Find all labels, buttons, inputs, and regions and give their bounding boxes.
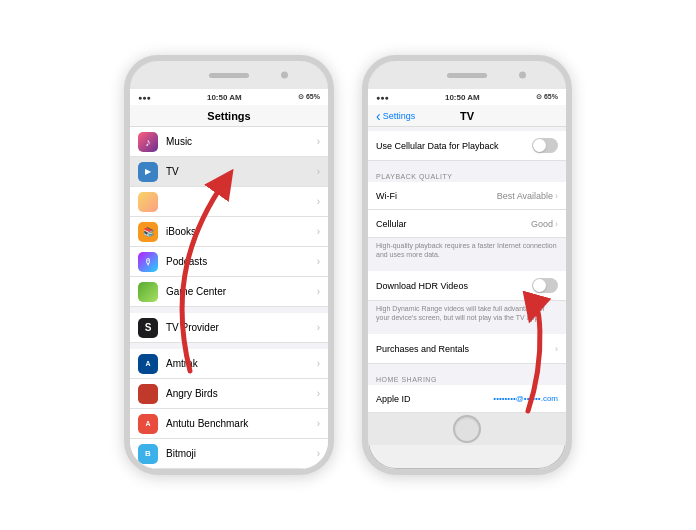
settings-item-photos[interactable]: › xyxy=(130,187,328,217)
cellular-data-row[interactable]: Use Cellular Data for Playback xyxy=(368,131,566,161)
right-signal-icons: ●●● xyxy=(376,94,389,101)
apple-id-value: ••••••••@••••••.com xyxy=(493,394,558,403)
settings-item-gamecenter[interactable]: Game Center › xyxy=(130,277,328,307)
back-button[interactable]: Settings xyxy=(376,109,415,123)
left-nav-title: Settings xyxy=(207,110,250,122)
cellular-toggle[interactable] xyxy=(532,138,558,153)
speaker xyxy=(209,73,249,78)
apple-id-row[interactable]: Apple ID ••••••••@••••••.com xyxy=(368,385,566,413)
left-status-icons: ⊙ 65% xyxy=(298,93,320,101)
cellular-label: Cellular xyxy=(376,219,531,229)
bitmoji-icon: B xyxy=(138,444,158,464)
wifi-row[interactable]: Wi-Fi Best Available › xyxy=(368,182,566,210)
settings-item-tv[interactable]: ▶ TV › xyxy=(130,157,328,187)
back-label: Settings xyxy=(383,111,416,121)
tvprovider-icon: S xyxy=(138,318,158,338)
right-nav-title: TV xyxy=(460,110,474,122)
tvprovider-label: TV Provider xyxy=(166,322,309,333)
settings-item-angrybirds[interactable]: Angry Birds › xyxy=(130,379,328,409)
amtrak-icon: A xyxy=(138,354,158,374)
angrybirds-icon xyxy=(138,384,158,404)
gap-1 xyxy=(368,161,566,169)
left-signal-icons: ●●● xyxy=(138,94,151,101)
music-icon: ♪ xyxy=(138,132,158,152)
svg-point-0 xyxy=(139,475,157,476)
ibooks-label: iBooks xyxy=(166,226,309,237)
right-phone: ●●● 10:50 AM ⊙ 65% Settings TV Use Cellu… xyxy=(362,55,572,475)
settings-item-amtrak[interactable]: A Amtrak › xyxy=(130,349,328,379)
apple-id-label: Apple ID xyxy=(376,394,493,404)
left-phone: ●●● 10:50 AM ⊙ 65% Settings ♪ Music › ▶ … xyxy=(124,55,334,475)
hdr-subtext: High Dynamic Range videos will take full… xyxy=(368,301,566,326)
purchases-row[interactable]: Purchases and Rentals › xyxy=(368,334,566,364)
gap-2 xyxy=(368,263,566,271)
chrome-icon xyxy=(138,474,158,476)
cellular-value: Good xyxy=(531,219,553,229)
wifi-label: Wi-Fi xyxy=(376,191,497,201)
settings-item-tvprovider[interactable]: S TV Provider › xyxy=(130,313,328,343)
podcasts-label: Podcasts xyxy=(166,256,309,267)
right-phone-top xyxy=(368,61,566,89)
left-nav-bar: Settings xyxy=(130,105,328,127)
gamecenter-label: Game Center xyxy=(166,286,309,297)
settings-item-music[interactable]: ♪ Music › xyxy=(130,127,328,157)
bitmoji-label: Bitmoji xyxy=(166,448,309,459)
right-time: 10:50 AM xyxy=(445,93,480,102)
left-phone-top xyxy=(130,61,328,89)
tv-icon: ▶ xyxy=(138,162,158,182)
cellular-data-label: Use Cellular Data for Playback xyxy=(376,141,532,151)
antutu-label: Antutu Benchmark xyxy=(166,418,309,429)
amtrak-label: Amtrak xyxy=(166,358,309,369)
ibooks-icon: 📚 xyxy=(138,222,158,242)
gap-4 xyxy=(368,364,566,372)
settings-item-chrome[interactable]: Chrome › xyxy=(130,469,328,475)
playback-subtext: High-quality playback requires a faster … xyxy=(368,238,566,263)
settings-item-podcasts[interactable]: 🎙 Podcasts › xyxy=(130,247,328,277)
cellular-row[interactable]: Cellular Good › xyxy=(368,210,566,238)
right-nav-bar: Settings TV xyxy=(368,105,566,127)
right-screen: Use Cellular Data for Playback PLAYBACK … xyxy=(368,127,566,413)
podcasts-icon: 🎙 xyxy=(138,252,158,272)
playback-quality-header: PLAYBACK QUALITY xyxy=(368,169,566,182)
settings-item-bitmoji[interactable]: B Bitmoji › xyxy=(130,439,328,469)
right-status-icons: ⊙ 65% xyxy=(536,93,558,101)
right-phone-bottom xyxy=(368,413,566,445)
photos-icon xyxy=(138,192,158,212)
right-home-button[interactable] xyxy=(453,415,481,443)
music-label: Music xyxy=(166,136,309,147)
left-status-bar: ●●● 10:50 AM ⊙ 65% xyxy=(130,89,328,105)
gamecenter-icon xyxy=(138,282,158,302)
right-speaker xyxy=(447,73,487,78)
gap-3 xyxy=(368,326,566,334)
playback-quality-group: Wi-Fi Best Available › Cellular Good › xyxy=(368,182,566,238)
angrybirds-label: Angry Birds xyxy=(166,388,309,399)
tv-label: TV xyxy=(166,166,309,177)
hdr-label: Download HDR Videos xyxy=(376,281,532,291)
right-status-bar: ●●● 10:50 AM ⊙ 65% xyxy=(368,89,566,105)
settings-item-ibooks[interactable]: 📚 iBooks › xyxy=(130,217,328,247)
hdr-toggle[interactable] xyxy=(532,278,558,293)
purchases-label: Purchases and Rentals xyxy=(376,344,553,354)
home-sharing-header: HOME SHARING xyxy=(368,372,566,385)
wifi-value: Best Available xyxy=(497,191,553,201)
main-container: ●●● 10:50 AM ⊙ 65% Settings ♪ Music › ▶ … xyxy=(0,0,696,530)
antutu-icon: A xyxy=(138,414,158,434)
left-time: 10:50 AM xyxy=(207,93,242,102)
right-camera-dot xyxy=(519,72,526,79)
left-screen: ♪ Music › ▶ TV › › 📚 iBooks xyxy=(130,127,328,475)
camera-dot xyxy=(281,72,288,79)
settings-item-antutu[interactable]: A Antutu Benchmark › xyxy=(130,409,328,439)
hdr-row[interactable]: Download HDR Videos xyxy=(368,271,566,301)
